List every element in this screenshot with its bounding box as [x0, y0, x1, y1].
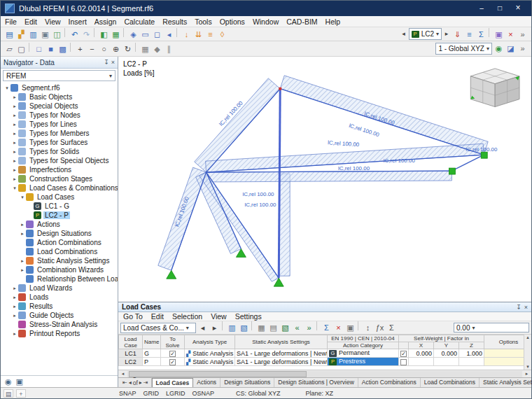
- load-case-combo[interactable]: P LC2 ▾: [409, 28, 442, 40]
- tree-expand-icon[interactable]: ▸: [19, 267, 26, 273]
- cell-sw-x[interactable]: 0.000: [409, 349, 434, 358]
- data-navigator-icon[interactable]: ◧: [98, 29, 110, 40]
- col-header-name[interactable]: Name: [143, 335, 161, 349]
- tree-item[interactable]: ▸ Basic Objects: [1, 92, 118, 102]
- show-loads-icon[interactable]: ⇓: [451, 29, 463, 40]
- tree-expand-icon[interactable]: ▸: [11, 331, 18, 337]
- tree-expand-icon[interactable]: ▾: [11, 186, 18, 191]
- tree-expand-icon[interactable]: ▸: [11, 104, 18, 109]
- view-in-plane-icon[interactable]: ▭: [139, 29, 151, 40]
- zoom-all-icon[interactable]: ○: [98, 43, 110, 55]
- render-solid-icon[interactable]: ■: [45, 43, 57, 55]
- separator[interactable]: [123, 28, 126, 37]
- model-viewport[interactable]: lC,rel 100.00 lC,rel 100.00 lC,rel 100.0…: [118, 57, 531, 302]
- panel-tab[interactable]: Load Cases: [152, 378, 194, 387]
- menu-item[interactable]: Results: [162, 18, 187, 26]
- tree-item[interactable]: ▸ Types for Nodes: [1, 111, 118, 120]
- separator[interactable]: [135, 43, 138, 52]
- tree-expand-icon[interactable]: ▸: [11, 286, 18, 291]
- tree-item[interactable]: ▸ Guide Objects: [1, 311, 118, 320]
- cell-sw-active[interactable]: ✓: [399, 349, 409, 358]
- col-header-action-category[interactable]: Action Category: [328, 342, 399, 349]
- menu-item[interactable]: Window: [253, 18, 279, 26]
- delete-row-icon[interactable]: ×: [332, 322, 344, 333]
- table-category-combo[interactable]: Load Cases & Co... ▾: [120, 323, 196, 333]
- separator[interactable]: [29, 43, 31, 52]
- panel-menu-item[interactable]: Edit: [151, 312, 164, 321]
- export-icon[interactable]: »: [303, 322, 315, 333]
- tree-item[interactable]: ▸ Construction Stages: [1, 174, 118, 183]
- tree-item[interactable]: Action Combinations: [1, 238, 118, 247]
- box-select-icon[interactable]: ▢: [15, 43, 27, 55]
- free-load-icon[interactable]: ◊: [216, 29, 228, 40]
- panel-tab[interactable]: Actions: [193, 378, 220, 387]
- tree-expand-icon[interactable]: ▸: [11, 140, 18, 146]
- mouse-mode-icon[interactable]: ▤: [4, 389, 13, 398]
- scroll-down-icon[interactable]: ▾: [526, 364, 529, 370]
- table-prev-icon[interactable]: ◂: [197, 323, 209, 334]
- tree-expand-icon[interactable]: ▸: [11, 167, 18, 173]
- menu-item[interactable]: Calculate: [124, 18, 155, 26]
- close-button[interactable]: ×: [509, 3, 527, 14]
- tree-item[interactable]: Relationship Between Load Cases: [1, 274, 118, 284]
- status-toggle[interactable]: SNAP: [115, 390, 140, 397]
- separator[interactable]: [251, 321, 254, 330]
- redo-icon[interactable]: ↷: [80, 29, 92, 40]
- open-model-icon[interactable]: ▞: [15, 29, 27, 40]
- visibility-combo[interactable]: 1 - Global XYZ ▾: [435, 43, 492, 55]
- display-navigator-eye-icon[interactable]: ◉: [5, 377, 12, 386]
- print-table-icon[interactable]: ▣: [344, 323, 356, 334]
- screenshot-icon[interactable]: ◫: [51, 29, 63, 40]
- scroll-up-icon[interactable]: ▴: [526, 335, 529, 340]
- tree-item[interactable]: ▸ Imperfections: [1, 165, 118, 174]
- undo-icon[interactable]: ↶: [69, 29, 80, 40]
- nodal-load-icon[interactable]: ↓: [181, 29, 192, 40]
- col-header-sw-active[interactable]: [399, 342, 409, 349]
- surface-load-icon[interactable]: ≡: [204, 29, 216, 40]
- col-header-load-case[interactable]: Load Case: [119, 335, 143, 349]
- cell-name[interactable]: G: [143, 349, 161, 358]
- scrollbar-thumb[interactable]: [129, 371, 307, 377]
- sum-icon[interactable]: Σ: [386, 322, 398, 333]
- cell-to-solve[interactable]: ✓: [161, 358, 185, 366]
- tree-expand-icon[interactable]: ▸: [11, 149, 18, 155]
- menu-item[interactable]: View: [45, 18, 61, 26]
- separator[interactable]: [70, 43, 73, 52]
- table-filter-icon[interactable]: ▤: [267, 323, 279, 334]
- tree-expand-icon[interactable]: ▸: [19, 222, 26, 227]
- panel-menu-item[interactable]: Settings: [235, 312, 262, 321]
- fx-icon[interactable]: ƒx: [374, 322, 386, 333]
- rotate-view-icon[interactable]: ↻: [122, 43, 134, 55]
- tables-icon[interactable]: ▦: [110, 29, 122, 40]
- member-load-icon[interactable]: ⇊: [192, 29, 204, 40]
- checkbox-checked-icon[interactable]: ✓: [169, 359, 176, 365]
- guidelines-icon[interactable]: ∥: [163, 43, 175, 55]
- cell-analysis-type[interactable]: ▞Static Analysis: [185, 358, 235, 366]
- status-toggle[interactable]: GRID: [140, 390, 163, 397]
- pan-icon[interactable]: ⊕: [110, 43, 122, 55]
- show-load-values-icon[interactable]: ≡: [463, 29, 475, 40]
- cell-sw-z[interactable]: [459, 358, 484, 366]
- close-icon[interactable]: ×: [111, 59, 115, 66]
- cell-sas[interactable]: SA1 - Large deformations | Newton...: [235, 358, 328, 366]
- tree-item[interactable]: ▸ Combination Wizards: [1, 265, 118, 274]
- lc-previous-icon[interactable]: ◂: [400, 29, 408, 39]
- new-model-icon[interactable]: ▤: [4, 29, 15, 40]
- cell-sw-y[interactable]: [434, 358, 459, 366]
- graphic-printout-icon[interactable]: ▣: [493, 29, 505, 40]
- table-horizontal-scrollbar[interactable]: ◂ ▸: [118, 370, 531, 377]
- cell-name[interactable]: P: [143, 358, 161, 366]
- pin-icon[interactable]: ↧: [516, 304, 522, 311]
- cell-analysis-type[interactable]: ▞Static Analysis: [185, 349, 235, 358]
- tree-item[interactable]: P LC2 - P: [1, 211, 118, 220]
- menu-item[interactable]: File: [5, 18, 17, 26]
- tree-item[interactable]: ▸ Special Objects: [1, 102, 118, 111]
- lc-next-icon[interactable]: ▸: [442, 29, 451, 39]
- tree-item[interactable]: ▸ Loads: [1, 293, 118, 302]
- save-icon[interactable]: ▥: [27, 29, 39, 40]
- tree-item[interactable]: ▸ Types for Surfaces: [1, 138, 118, 147]
- tree-item[interactable]: ▸ Static Analysis Settings: [1, 256, 118, 265]
- tree-item[interactable]: ▸ Types for Members: [1, 129, 118, 138]
- tree-expand-icon[interactable]: ▸: [11, 313, 18, 318]
- menu-item[interactable]: Options: [220, 18, 245, 26]
